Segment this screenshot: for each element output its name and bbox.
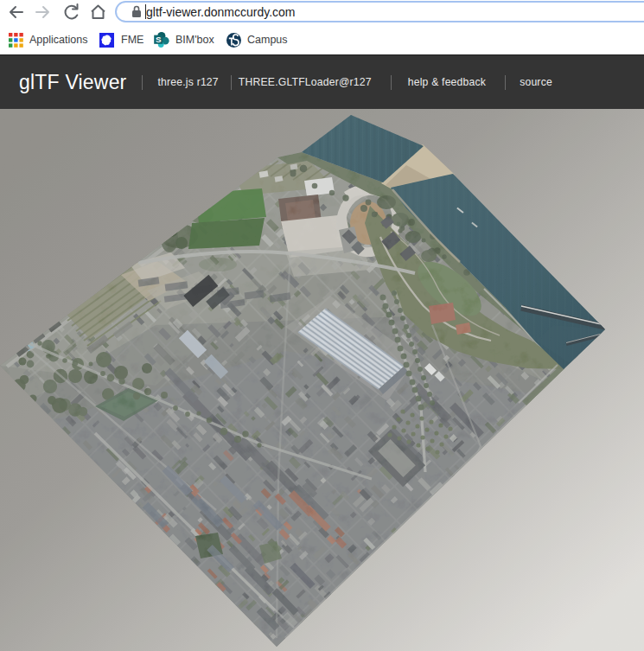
svg-text:S: S bbox=[156, 35, 162, 44]
